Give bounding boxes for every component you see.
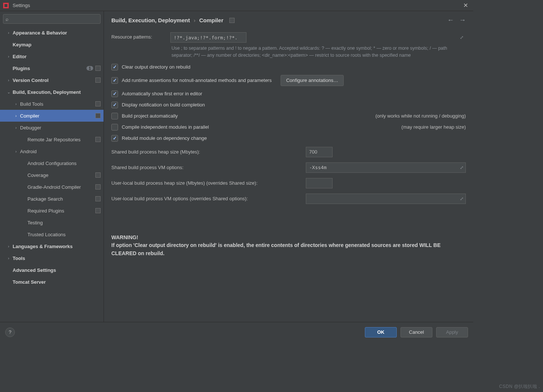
sidebar-item-debugger[interactable]: ›Debugger — [0, 122, 104, 134]
kv-label: User-local build process heap size (Mbyt… — [111, 180, 301, 186]
sidebar-item-plugins[interactable]: Plugins1 — [0, 62, 104, 74]
warning-body: If option 'Clear output directory on reb… — [111, 242, 441, 256]
sidebar-item-package-search[interactable]: Package Search — [0, 193, 104, 205]
sidebar-item-label: Plugins — [13, 66, 84, 71]
check-label: Compile independent modules in parallel — [122, 124, 209, 130]
chevron-icon: › — [6, 256, 11, 260]
titlebar: Settings ✕ — [0, 0, 473, 11]
check-row: Build project automatically(only works w… — [111, 113, 466, 119]
sidebar-item-label: Debugger — [20, 125, 101, 131]
chevron-right-icon: › — [194, 17, 196, 23]
warning-block: WARNING! If option 'Clear output directo… — [111, 234, 466, 258]
window-title: Settings — [13, 3, 461, 8]
kv-row: User-local build process heap size (Mbyt… — [111, 178, 466, 188]
sidebar-item-label: Languages & Frameworks — [13, 244, 101, 249]
sidebar-item-remote-jar-repositories[interactable]: Remote Jar Repositories — [0, 134, 104, 145]
sidebar-item-advanced-settings[interactable]: Advanced Settings — [0, 264, 104, 276]
sidebar-item-label: Gradle-Android Compiler — [27, 184, 93, 190]
cancel-button[interactable]: Cancel — [400, 327, 432, 337]
search-input[interactable] — [3, 14, 101, 24]
kv-row: Shared build process VM options:⤢ — [111, 162, 466, 173]
project-scope-icon — [95, 137, 101, 142]
kv-row: User-local build process VM options (ove… — [111, 194, 466, 204]
checkbox[interactable] — [111, 64, 118, 70]
configure-annotations-button[interactable]: Configure annotations… — [281, 75, 344, 86]
settings-tree: ›Appearance & BehaviorKeymap›EditorPlugi… — [0, 27, 104, 322]
check-row: Add runtime assertions for notnull-annot… — [111, 75, 466, 86]
check-label: Clear output directory on rebuild — [122, 64, 190, 70]
sidebar-item-label: Required Plugins — [27, 208, 93, 214]
chevron-icon: › — [6, 78, 11, 82]
checkbox[interactable] — [111, 113, 118, 119]
checkbox[interactable] — [111, 135, 118, 142]
sidebar-item-label: Tools — [13, 256, 101, 261]
close-icon[interactable]: ✕ — [461, 2, 470, 9]
main-panel: Build, Execution, Deployment › Compiler … — [104, 11, 473, 322]
check-note: (may require larger heap size) — [387, 124, 466, 130]
nav-forward-icon[interactable]: → — [459, 16, 466, 24]
sidebar-item-label: Testing — [27, 220, 101, 225]
project-scope-icon — [95, 172, 101, 178]
kv-row: Shared build process heap size (Mbytes): — [111, 147, 466, 157]
sidebar-item-keymap[interactable]: Keymap — [0, 39, 104, 50]
checkbox[interactable] — [111, 90, 118, 97]
sidebar-item-android-configurations[interactable]: Android Configurations — [0, 157, 104, 169]
crumb-parent[interactable]: Build, Execution, Deployment — [111, 17, 190, 23]
nav-back-icon[interactable]: ← — [447, 16, 454, 24]
sidebar-item-languages-frameworks[interactable]: ›Languages & Frameworks — [0, 240, 104, 252]
sidebar-item-build-execution-deployment[interactable]: ⌄Build, Execution, Deployment — [0, 86, 104, 98]
kv-label: User-local build process VM options (ove… — [111, 196, 301, 201]
sidebar-item-coverage[interactable]: Coverage — [0, 169, 104, 181]
project-scope-icon — [95, 66, 101, 71]
sidebar-item-label: Package Search — [27, 196, 93, 202]
chevron-icon: › — [13, 102, 19, 106]
help-button[interactable]: ? — [5, 327, 15, 337]
resource-patterns-label: Resource patterns: — [111, 32, 165, 40]
sidebar-item-label: Trusted Locations — [27, 232, 101, 237]
project-scope-icon — [95, 184, 101, 190]
sidebar-item-tools[interactable]: ›Tools — [0, 252, 104, 264]
check-row: Rebuild module on dependency change — [111, 135, 466, 142]
sidebar-item-android[interactable]: ›Android — [0, 145, 104, 157]
sidebar-item-testing[interactable]: Testing — [0, 217, 104, 228]
check-row: Clear output directory on rebuild — [111, 64, 466, 70]
checkbox[interactable] — [111, 124, 118, 131]
sidebar-item-label: Build, Execution, Deployment — [13, 89, 101, 95]
sidebar-item-required-plugins[interactable]: Required Plugins — [0, 205, 104, 217]
crumb-current: Compiler — [199, 17, 223, 23]
sidebar-item-version-control[interactable]: ›Version Control — [0, 74, 104, 86]
sidebar-item-label: Coverage — [27, 172, 93, 178]
sidebar: ›Appearance & BehaviorKeymap›EditorPlugi… — [0, 11, 104, 322]
sidebar-item-label: Tomcat Server — [13, 279, 101, 285]
expand-icon[interactable]: ⤢ — [460, 35, 464, 40]
ok-button[interactable]: OK — [365, 327, 397, 337]
sidebar-item-appearance-behavior[interactable]: ›Appearance & Behavior — [0, 27, 104, 39]
update-count-badge: 1 — [86, 66, 93, 70]
project-scope-icon — [95, 113, 101, 118]
sidebar-item-editor[interactable]: ›Editor — [0, 50, 104, 62]
numeric-input[interactable] — [306, 147, 333, 157]
sidebar-item-build-tools[interactable]: ›Build Tools — [0, 98, 104, 110]
sidebar-item-trusted-locations[interactable]: Trusted Locations — [0, 228, 104, 240]
sidebar-item-compiler[interactable]: ›Compiler — [0, 110, 104, 122]
checkbox[interactable] — [111, 77, 118, 84]
chevron-icon: › — [6, 244, 11, 248]
checkbox[interactable] — [111, 102, 118, 108]
text-input[interactable] — [306, 194, 466, 204]
resource-patterns-input[interactable] — [170, 32, 246, 43]
sidebar-item-label: Keymap — [13, 42, 101, 47]
chevron-icon: › — [6, 30, 11, 35]
sidebar-item-label: Build Tools — [20, 101, 93, 107]
sidebar-item-label: Android Configurations — [27, 161, 101, 166]
sidebar-item-tomcat-server[interactable]: Tomcat Server — [0, 276, 104, 288]
apply-button[interactable]: Apply — [436, 327, 468, 337]
sidebar-item-gradle-android-compiler[interactable]: Gradle-Android Compiler — [0, 181, 104, 193]
check-label: Add runtime assertions for notnull-annot… — [122, 78, 272, 83]
dialog-footer: ? OK Cancel Apply — [0, 322, 473, 342]
project-scope-icon — [95, 78, 101, 83]
breadcrumb: Build, Execution, Deployment › Compiler — [111, 17, 447, 23]
numeric-input[interactable] — [306, 178, 333, 188]
text-input[interactable] — [306, 162, 466, 173]
kv-label: Shared build process heap size (Mbytes): — [111, 149, 301, 155]
chevron-icon: › — [13, 149, 19, 154]
